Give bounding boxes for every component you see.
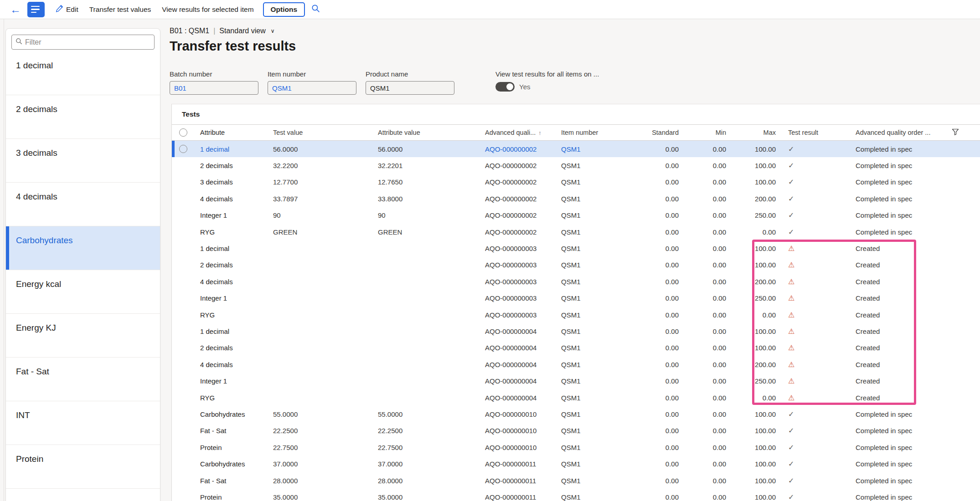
table-row[interactable]: Carbohydrates37.000037.0000AQO-000000011… xyxy=(172,455,980,472)
row-radio[interactable] xyxy=(179,145,187,153)
table-row[interactable]: 3 decimals12.770012.7650AQO-000000002QSM… xyxy=(172,174,980,190)
cell-advanced-quality-order: AQO-000000003 xyxy=(485,278,561,286)
edit-button[interactable]: Edit xyxy=(50,2,84,17)
table-row[interactable]: Integer 1AQO-000000003QSM10.000.00250.00… xyxy=(172,290,980,307)
check-icon: ✓ xyxy=(788,211,794,219)
col-item-number[interactable]: Item number xyxy=(561,129,645,136)
check-icon: ✓ xyxy=(788,178,794,186)
table-row[interactable]: 1 decimal56.000056.0000AQO-000000002QSM1… xyxy=(172,141,980,157)
cell-item-number: QSM1 xyxy=(561,145,645,153)
cell-max: 100.00 xyxy=(731,162,780,169)
col-status[interactable]: Advanced quality order ... xyxy=(856,128,980,137)
cell-min: 0.00 xyxy=(683,327,731,335)
col-max[interactable]: Max xyxy=(731,129,780,136)
search-button[interactable] xyxy=(311,4,320,15)
batch-number-field[interactable]: B01 xyxy=(170,81,258,95)
sidebar-item-1-decimal[interactable]: 1 decimal xyxy=(6,51,160,95)
cell-test-result: ✓ xyxy=(780,228,856,236)
table-row[interactable]: 1 decimalAQO-000000004QSM10.000.00100.00… xyxy=(172,323,980,339)
check-icon: ✓ xyxy=(788,460,794,468)
table-row[interactable]: 4 decimalsAQO-000000004QSM10.000.00200.0… xyxy=(172,356,980,373)
check-icon: ✓ xyxy=(788,162,794,169)
sidebar-item-carbohydrates[interactable]: Carbohydrates xyxy=(6,226,160,270)
col-standard[interactable]: Standard xyxy=(645,129,683,136)
grid-body: 1 decimal56.000056.0000AQO-000000002QSM1… xyxy=(172,141,980,501)
hamburger-menu-button[interactable] xyxy=(27,2,45,17)
col-test-value[interactable]: Test value xyxy=(273,129,378,136)
view-all-items-toggle[interactable] xyxy=(495,82,515,92)
table-row[interactable]: Protein35.000035.0000AQO-000000011QSM10.… xyxy=(172,489,980,501)
cell-attribute: RYG xyxy=(195,311,273,319)
sidebar-item-4-decimals[interactable]: 4 decimals xyxy=(6,183,160,226)
sort-ascending-icon: ↑ xyxy=(538,129,542,136)
cell-advanced-quality-order: AQO-000000003 xyxy=(485,294,561,302)
cell-status: Completed in spec xyxy=(856,410,980,418)
options-button[interactable]: Options xyxy=(263,2,305,17)
cell-status: Completed in spec xyxy=(856,427,980,435)
cell-standard: 0.00 xyxy=(645,361,683,368)
table-row[interactable]: RYGAQO-000000004QSM10.000.000.00⚠Created xyxy=(172,389,980,406)
cell-item-number: QSM1 xyxy=(561,444,645,451)
cell-max: 100.00 xyxy=(731,261,780,269)
sidebar-item-energy-kcal[interactable]: Energy kcal xyxy=(6,270,160,314)
cell-standard: 0.00 xyxy=(645,477,683,485)
chevron-down-icon[interactable]: ∨ xyxy=(271,28,275,34)
filter-input[interactable] xyxy=(25,38,150,46)
filter-funnel-icon[interactable] xyxy=(952,128,959,137)
sidebar-item-int[interactable]: INT xyxy=(6,401,160,445)
cell-item-number: QSM1 xyxy=(561,493,645,501)
cell-test-value: 56.0000 xyxy=(273,145,378,153)
transfer-test-values-button[interactable]: Transfer test values xyxy=(84,3,157,16)
sidebar-item-fat-sat[interactable]: Fat - Sat xyxy=(6,358,160,401)
table-row[interactable]: RYGGREENGREENAQO-000000002QSM10.000.000.… xyxy=(172,224,980,240)
cell-advanced-quality-order: AQO-000000011 xyxy=(485,460,561,468)
col-advanced-quality[interactable]: Advanced quali...↑ xyxy=(485,129,561,136)
cell-attribute: 2 decimals xyxy=(195,162,273,169)
select-all-radio[interactable] xyxy=(179,128,187,137)
cell-max: 200.00 xyxy=(731,361,780,368)
warning-icon: ⚠ xyxy=(788,377,794,385)
cell-min: 0.00 xyxy=(683,195,731,203)
col-attribute[interactable]: Attribute xyxy=(195,129,273,136)
table-row[interactable]: Carbohydrates55.000055.0000AQO-000000010… xyxy=(172,406,980,422)
cell-standard: 0.00 xyxy=(645,145,683,153)
table-row[interactable]: 2 decimalsAQO-000000004QSM10.000.00100.0… xyxy=(172,340,980,356)
cell-min: 0.00 xyxy=(683,460,731,468)
sidebar-item-2-decimals[interactable]: 2 decimals xyxy=(6,95,160,139)
cell-advanced-quality-order: AQO-000000010 xyxy=(485,427,561,435)
back-button[interactable]: ← xyxy=(10,4,21,15)
cell-test-result: ⚠ xyxy=(780,394,856,402)
table-row[interactable]: RYGAQO-000000003QSM10.000.000.00⚠Created xyxy=(172,307,980,323)
cell-min: 0.00 xyxy=(683,261,731,269)
sidebar-item-energy-kj[interactable]: Energy KJ xyxy=(6,314,160,358)
col-test-result[interactable]: Test result xyxy=(780,129,856,136)
cell-test-result: ⚠ xyxy=(780,244,856,253)
cell-standard: 0.00 xyxy=(645,278,683,286)
sidebar-item-protein[interactable]: Protein xyxy=(6,445,160,489)
cell-test-result: ⚠ xyxy=(780,294,856,302)
table-row[interactable]: 4 decimals33.789733.8000AQO-000000002QSM… xyxy=(172,190,980,207)
table-row[interactable]: Protein22.750022.7500AQO-000000010QSM10.… xyxy=(172,439,980,455)
sidebar-item-3-decimals[interactable]: 3 decimals xyxy=(6,139,160,183)
col-attribute-value[interactable]: Attribute value xyxy=(378,129,485,136)
product-name-field[interactable]: QSM1 xyxy=(366,81,454,95)
table-row[interactable]: 4 decimalsAQO-000000003QSM10.000.00200.0… xyxy=(172,273,980,290)
col-min[interactable]: Min xyxy=(683,129,731,136)
cell-status: Created xyxy=(856,278,980,286)
view-selector[interactable]: Standard view xyxy=(219,27,265,35)
cell-item-number: QSM1 xyxy=(561,228,645,236)
table-row[interactable]: Fat - Sat28.000028.0000AQO-000000011QSM1… xyxy=(172,472,980,489)
item-number-field[interactable]: QSM1 xyxy=(268,81,356,95)
table-row[interactable]: Integer 1AQO-000000004QSM10.000.00250.00… xyxy=(172,373,980,389)
table-row[interactable]: Fat - Sat22.250022.2500AQO-000000010QSM1… xyxy=(172,423,980,439)
table-row[interactable]: 2 decimals32.220032.2201AQO-000000002QSM… xyxy=(172,157,980,174)
cell-item-number: QSM1 xyxy=(561,427,645,435)
check-icon: ✓ xyxy=(788,477,794,485)
warning-icon: ⚠ xyxy=(788,261,794,269)
table-row[interactable]: 2 decimalsAQO-000000003QSM10.000.00100.0… xyxy=(172,257,980,273)
table-row[interactable]: Integer 19090AQO-000000002QSM10.000.0025… xyxy=(172,207,980,224)
view-results-button[interactable]: View results for selected item xyxy=(156,3,259,16)
cell-advanced-quality-order: AQO-000000004 xyxy=(485,361,561,368)
table-row[interactable]: 1 decimalAQO-000000003QSM10.000.00100.00… xyxy=(172,240,980,256)
cell-max: 100.00 xyxy=(731,410,780,418)
